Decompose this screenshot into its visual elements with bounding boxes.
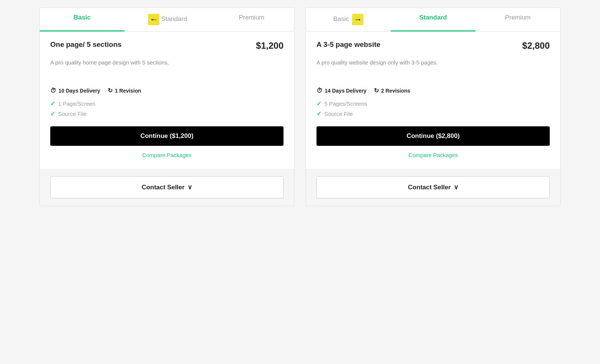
right-package-title: A 3-5 page website [316,40,380,49]
left-contact-label: Contact Seller [142,184,184,191]
right-tab-standard[interactable]: Standard [391,8,476,31]
right-contact-label: Contact Seller [408,184,451,191]
check-icon: ✓ [316,100,321,107]
left-delivery-item: ⏱ 10 Days Delivery [50,87,100,94]
list-item: ✓ 1 Page/Screen [50,100,284,107]
right-continue-button[interactable]: Continue ($2,800) [316,126,550,146]
left-tab-premium[interactable]: Premium [209,8,294,31]
left-revisions-text: 1 Revision [115,88,141,94]
left-tabs: Basic ← Standard Premium [40,8,294,31]
right-tab-standard-label: Standard [419,14,447,21]
right-revisions-text: 2 Revisions [381,88,410,94]
left-tab-basic[interactable]: Basic [40,8,124,31]
left-card-body: One page/ 5 sections $1,200 A pro qualit… [40,31,294,169]
list-item: ✓ 5 Pages/Screens [316,100,550,107]
clock-icon: ⏱ [50,87,56,94]
right-tab-basic[interactable]: Basic → [306,8,391,31]
left-tab-standard-label: Standard [161,15,187,22]
left-package-title: One page/ 5 sections [50,40,122,49]
refresh-icon: ↻ [374,87,379,94]
right-bottom-section: Contact Seller ∨ [306,169,560,206]
feature-label: Source File [58,111,87,117]
left-tab-standard[interactable]: ← Standard [124,8,209,31]
feature-label: 1 Page/Screen [58,100,95,107]
left-bottom-section: Contact Seller ∨ [40,169,294,206]
list-item: ✓ Source File [316,110,550,117]
left-features-list: ✓ 1 Page/Screen ✓ Source File [50,100,284,117]
right-delivery-text: 14 Days Delivery [325,88,366,94]
clock-icon: ⏱ [316,87,322,94]
right-tab-basic-label: Basic [333,15,349,22]
right-card-body: A 3-5 page website $2,800 A pro quality … [306,31,560,169]
right-delivery-item: ⏱ 14 Days Delivery [316,87,366,94]
left-contact-chevron: ∨ [188,183,192,191]
right-compare-link[interactable]: Compare Packages [316,152,550,161]
check-icon: ✓ [316,110,321,117]
left-delivery-text: 10 Days Delivery [58,88,100,94]
left-tab-premium-label: Premium [239,14,264,21]
left-package-card: Basic ← Standard Premium One page/ 5 sec… [39,7,294,206]
check-icon: ✓ [50,100,55,107]
right-arrow-annotation: → [352,14,363,25]
left-price-row: One page/ 5 sections $1,200 [50,40,284,51]
right-price-row: A 3-5 page website $2,800 [316,40,550,51]
left-revision-item: ↻ 1 Revision [108,87,141,94]
refresh-icon: ↻ [108,87,112,94]
right-delivery-row: ⏱ 14 Days Delivery ↻ 2 Revisions [316,87,550,94]
feature-label: 5 Pages/Screens [324,100,367,107]
right-price: $2,800 [522,40,550,51]
left-delivery-row: ⏱ 10 Days Delivery ↻ 1 Revision [50,87,284,94]
feature-label: Source File [324,111,353,117]
right-contact-seller-button[interactable]: Contact Seller ∨ [316,176,550,198]
list-item: ✓ Source File [50,110,284,117]
right-contact-chevron: ∨ [454,183,458,191]
right-revision-item: ↻ 2 Revisions [374,87,410,94]
left-tab-basic-label: Basic [74,14,90,21]
left-arrow-annotation: ← [148,14,159,25]
left-compare-link[interactable]: Compare Packages [50,152,284,161]
left-continue-button[interactable]: Continue ($1,200) [50,126,284,146]
check-icon: ✓ [50,110,55,117]
right-tabs: Basic → Standard Premium [306,8,560,31]
left-contact-seller-button[interactable]: Contact Seller ∨ [50,176,284,198]
right-description: A pro quality website design only with 3… [316,58,550,76]
right-features-list: ✓ 5 Pages/Screens ✓ Source File [316,100,550,117]
right-tab-premium-label: Premium [505,14,531,21]
left-description: A pro quality home page design with 5 se… [50,58,284,76]
right-package-card: Basic → Standard Premium A 3-5 page webs… [306,7,561,206]
left-price: $1,200 [256,40,284,51]
right-tab-premium[interactable]: Premium [476,8,560,31]
